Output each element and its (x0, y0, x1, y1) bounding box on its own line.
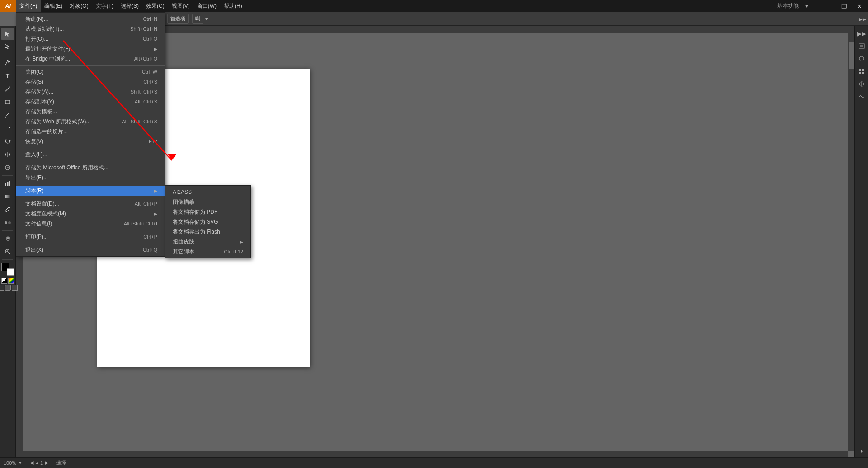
menu-effect[interactable]: 效果(C) (142, 0, 168, 12)
menu-edit[interactable]: 编辑(E) (41, 0, 66, 12)
line-tool[interactable] (1, 83, 14, 95)
menu-file[interactable]: 文件(F) (16, 0, 41, 12)
scroll-thumb-v[interactable] (849, 42, 854, 69)
tool-separator-4 (2, 259, 13, 260)
menu-save-slices[interactable]: 存储选中的切片... (16, 126, 165, 136)
gradient-tool[interactable] (1, 190, 14, 203)
extras-chevron[interactable]: ▼ (204, 17, 208, 21)
menu-save-copy[interactable]: 存储副本(Y)... Alt+Ctrl+S (16, 97, 165, 107)
first-item-button[interactable]: 首选项 (167, 14, 189, 24)
menu-sep-3 (16, 161, 165, 161)
blend-tool[interactable] (1, 216, 14, 229)
direct-select-tool[interactable] (1, 41, 14, 53)
script-image-trace[interactable]: 图像描摹 (165, 197, 250, 207)
menu-close[interactable]: 关闭(C) Ctrl+W (16, 67, 165, 77)
page-nav-left2[interactable]: ◀ (35, 461, 38, 465)
menu-print[interactable]: 打印(P)... Ctrl+P (16, 232, 165, 242)
menu-sep-5 (16, 197, 165, 197)
menu-save-office[interactable]: 存储为 Microsoft Office 所用格式... (16, 163, 165, 173)
menu-revert[interactable]: 恢复(V) F12 (16, 136, 165, 146)
mirror-tool[interactable] (1, 148, 14, 161)
zoom-tool[interactable] (1, 245, 14, 258)
script-other[interactable]: 其它脚本... Ctrl+F12 (165, 247, 250, 257)
menu-export[interactable]: 导出(E)... (16, 173, 165, 183)
scroll-vertical[interactable] (848, 33, 854, 451)
page-number: 1 (40, 460, 43, 466)
rect-tool[interactable] (1, 96, 14, 108)
zoom-chevron[interactable]: ▼ (18, 461, 22, 465)
restore-button[interactable]: ❐ (837, 2, 851, 11)
menu-new[interactable]: 新建(N)... Ctrl+N (16, 14, 165, 24)
menu-file-info[interactable]: 文件信息(I)... Alt+Shift+Ctrl+I (16, 219, 165, 229)
svg-marker-8 (9, 153, 10, 156)
menu-place[interactable]: 置入(L)... (16, 150, 165, 159)
color-mode[interactable] (8, 278, 14, 284)
menu-save-as[interactable]: 存储为(A)... Shift+Ctrl+S (16, 87, 165, 97)
script-ai2ass[interactable]: AI2ASS (165, 187, 250, 197)
menu-help[interactable]: 帮助(H) (220, 0, 246, 12)
menu-scripts[interactable]: 脚本(R) ▶ (16, 186, 165, 196)
svg-rect-14 (5, 195, 10, 198)
svg-point-25 (859, 56, 864, 61)
tool-separator-1 (2, 55, 13, 55)
minimize-button[interactable]: — (822, 2, 835, 11)
menu-recent[interactable]: 最近打开的文件(F) ▶ (16, 44, 165, 54)
svg-rect-29 (862, 72, 864, 74)
panel-btn-6[interactable] (856, 91, 868, 103)
svg-marker-33 (861, 449, 863, 453)
menu-save-template[interactable]: 存储为模板... (16, 107, 165, 117)
panel-btn-5[interactable] (856, 78, 868, 90)
script-submenu: AI2ASS 图像描摹 将文档存储为 PDF 将文档存储为 SVG 将文档导出为… (165, 185, 251, 258)
menu-doc-color-mode[interactable]: 文档颜色模式(M) ▶ (16, 209, 165, 219)
menu-sep-4 (16, 184, 165, 184)
graph-tool[interactable] (1, 177, 14, 190)
menu-window[interactable]: 窗口(W) (193, 0, 220, 12)
draw-inside[interactable] (12, 285, 18, 291)
panel-btn-expand[interactable] (856, 445, 868, 457)
menu-bridge[interactable]: 在 Bridge 中浏览... Alt+Ctrl+O (16, 54, 165, 64)
menu-new-from-template[interactable]: 从模版新建(T)... Shift+Ctrl+N (16, 24, 165, 34)
eyedropper-tool[interactable] (1, 203, 14, 216)
warp-tool[interactable] (1, 161, 14, 174)
panel-btn-1[interactable]: ▶▶ (856, 28, 868, 39)
menu-quit[interactable]: 退出(X) Ctrl+Q (16, 245, 165, 255)
pencil-tool[interactable] (1, 122, 14, 135)
stroke-box[interactable] (7, 268, 14, 276)
menu-open[interactable]: 打开(O)... Ctrl+O (16, 34, 165, 44)
hand-tool[interactable] (1, 232, 14, 245)
menu-view[interactable]: 视图(V) (168, 0, 193, 12)
panel-btn-2[interactable] (856, 40, 868, 52)
svg-point-10 (7, 167, 9, 168)
scroll-horizontal[interactable] (23, 451, 848, 457)
menu-object[interactable]: 对象(O) (66, 0, 92, 12)
rotate-tool[interactable] (1, 135, 14, 148)
pen-tool[interactable] (1, 56, 14, 69)
draw-behind[interactable] (5, 285, 11, 291)
none-color[interactable] (1, 278, 7, 284)
extras-button[interactable]: 唰 (192, 14, 203, 24)
workspace-dropdown[interactable]: ▼ (804, 4, 809, 9)
menu-select[interactable]: 选择(S) (117, 0, 142, 12)
menu-doc-settings[interactable]: 文档设置(D)... Alt+Ctrl+P (16, 199, 165, 209)
menu-text[interactable]: 文字(T) (92, 0, 117, 12)
script-warp-skin[interactable]: 扭曲皮肤 ▶ (165, 237, 250, 247)
panel-btn-4[interactable] (856, 66, 868, 77)
page-nav-left[interactable]: ◀ (30, 460, 33, 466)
page-nav-right[interactable]: ▶ (45, 460, 48, 466)
draw-normal[interactable] (0, 285, 4, 291)
paintbrush-tool[interactable] (1, 109, 14, 122)
panel-btn-3[interactable] (856, 53, 868, 65)
selection-tool[interactable] (1, 28, 14, 40)
script-save-svg[interactable]: 将文档存储为 SVG (165, 217, 250, 227)
svg-point-17 (8, 221, 11, 224)
menu-save[interactable]: 存储(S) Ctrl+S (16, 77, 165, 87)
menu-bar: 文件(F) 编辑(E) 对象(O) 文字(T) 选择(S) 效果(C) 视图(V… (16, 0, 774, 12)
close-button[interactable]: ✕ (853, 2, 866, 11)
script-export-flash[interactable]: 将文档导出为 Flash (165, 227, 250, 237)
toolbar-expand[interactable]: ▶▶ (859, 16, 866, 22)
menu-save-web[interactable]: 存储为 Web 所用格式(W)... Alt+Shift+Ctrl+S (16, 117, 165, 126)
svg-point-2 (7, 60, 9, 61)
type-tool[interactable]: T (1, 70, 14, 82)
color-selector[interactable] (1, 263, 14, 276)
script-save-pdf[interactable]: 将文档存储为 PDF (165, 207, 250, 217)
